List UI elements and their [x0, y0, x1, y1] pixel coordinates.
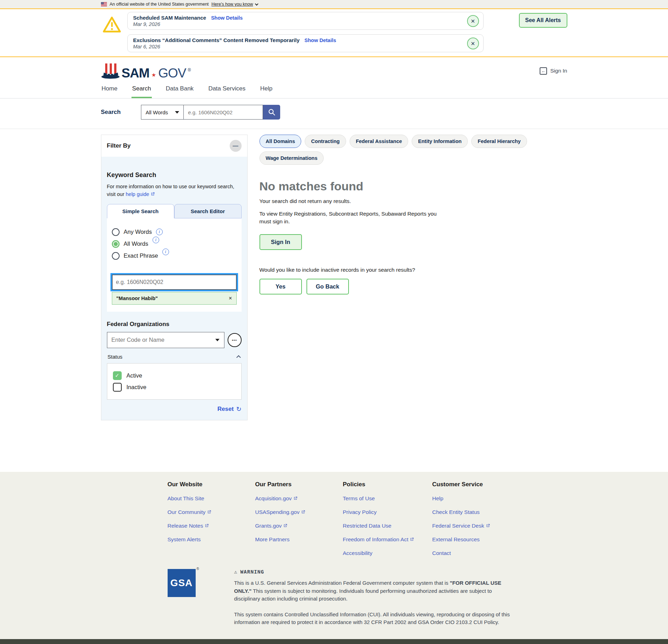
dropdown-caret-icon	[175, 111, 179, 114]
nav-item-search[interactable]: Search	[131, 82, 152, 98]
radio-label-all-words: All Words	[124, 240, 148, 247]
pill-entity-information[interactable]: Entity Information	[412, 135, 468, 148]
org-browse-button[interactable]: •••	[228, 333, 242, 347]
pill-all-domains[interactable]: All Domains	[259, 135, 302, 148]
tab-simple-search[interactable]: Simple Search	[107, 204, 174, 218]
footer-link-federal-service-desk[interactable]: Federal Service Desk	[432, 523, 522, 529]
alert-close-button[interactable]: ×	[467, 38, 479, 49]
footer-link-contact[interactable]: Contact	[432, 550, 522, 556]
warning-paragraph-1: This is a U.S. General Services Administ…	[234, 579, 511, 603]
pill-federal-assistance[interactable]: Federal Assistance	[350, 135, 409, 148]
checkbox-active[interactable]: ✓	[113, 371, 122, 380]
checkbox-label-inactive: Inactive	[127, 384, 147, 391]
nav-item-help[interactable]: Help	[259, 82, 273, 98]
top-search-input[interactable]	[184, 105, 263, 120]
reset-filters-link[interactable]: Reset ↻	[107, 405, 242, 413]
federal-organizations-heading: Federal Organizations	[107, 321, 242, 328]
us-flag-icon	[101, 2, 107, 6]
footer-link-usaspending-gov[interactable]: USASpending.gov	[255, 509, 343, 515]
warning-paragraph-2: This system contains Controlled Unclassi…	[234, 611, 511, 626]
checkbox-inactive[interactable]	[113, 383, 122, 392]
nav-item-data-bank[interactable]: Data Bank	[165, 82, 194, 98]
footer-link-accessibility[interactable]: Accessibility	[343, 550, 432, 556]
search-band: Search All Words	[0, 99, 668, 129]
reset-icon: ↻	[236, 405, 241, 413]
tab-search-editor[interactable]: Search Editor	[174, 204, 242, 218]
alert-title: Exclusions “Additional Comments” Content…	[133, 37, 300, 43]
close-icon: ×	[471, 18, 475, 25]
footer-link-foia[interactable]: Freedom of Information Act	[343, 536, 432, 543]
domain-pills: All Domains Contracting Federal Assistan…	[259, 135, 567, 165]
yes-button[interactable]: Yes	[259, 279, 302, 294]
heres-how-you-know-link[interactable]: Here's how you know	[211, 2, 257, 7]
results-sign-in-button[interactable]: Sign In	[259, 234, 302, 250]
ellipsis-icon: •••	[232, 338, 237, 342]
minus-icon: —	[233, 143, 238, 149]
radio-label-exact-phrase: Exact Phrase	[124, 252, 158, 259]
footer-link-about-this-site[interactable]: About This Site	[168, 495, 255, 502]
search-submit-button[interactable]	[263, 105, 280, 120]
sign-in-required-text: To view Entity Registrations, Subcontrac…	[259, 210, 444, 226]
keyword-chip: "Mansoor Habib" ×	[112, 292, 237, 305]
footer-column-customer-service: Customer Service Help Check Entity Statu…	[432, 481, 522, 556]
sam-gov-logo[interactable]: SAM ★ GOV ®	[101, 63, 191, 79]
radio-all-words[interactable]	[112, 240, 120, 248]
radio-any-words[interactable]	[112, 228, 120, 236]
site-footer: Our Website About This Site Our Communit…	[0, 472, 668, 639]
show-details-link[interactable]: Show Details	[211, 15, 243, 21]
footer-link-system-alerts[interactable]: System Alerts	[168, 536, 255, 543]
nav-item-home[interactable]: Home	[101, 82, 118, 98]
keyword-chip-text: "Mansoor Habib"	[116, 296, 158, 301]
footer-link-our-community[interactable]: Our Community	[168, 509, 255, 515]
info-icon[interactable]: i	[156, 229, 163, 235]
pill-federal-hierarchy[interactable]: Federal Hierarchy	[471, 135, 527, 148]
footer-heading: Customer Service	[432, 481, 522, 488]
registered-mark: ®	[188, 68, 191, 73]
footer-link-check-entity-status[interactable]: Check Entity Status	[432, 509, 522, 515]
radio-label-any-words: Any Words	[124, 229, 152, 235]
footer-column-our-website: Our Website About This Site Our Communit…	[168, 481, 255, 556]
alert-close-button[interactable]: ×	[467, 15, 479, 27]
help-guide-link[interactable]: help guide	[126, 191, 155, 197]
header-sign-in-link[interactable]: ← Sign In	[540, 67, 567, 75]
external-link-icon	[410, 537, 414, 542]
see-all-alerts-button[interactable]: See All Alerts	[519, 13, 567, 28]
footer-link-help[interactable]: Help	[432, 495, 522, 502]
footer-link-terms-of-use[interactable]: Terms of Use	[343, 495, 432, 502]
footer-link-external-resources[interactable]: External Resources	[432, 536, 522, 543]
site-header: SAM ★ GOV ® ← Sign In	[0, 57, 668, 82]
footer-link-acquisition-gov[interactable]: Acquisition.gov	[255, 495, 343, 502]
no-matches-title: No matches found	[259, 179, 567, 193]
gov-banner: An official website of the United States…	[0, 0, 668, 9]
footer-link-privacy-policy[interactable]: Privacy Policy	[343, 509, 432, 515]
status-section-label: Status	[108, 354, 123, 360]
info-icon[interactable]: i	[153, 237, 159, 243]
go-back-button[interactable]: Go Back	[306, 279, 349, 294]
footer-link-grants-gov[interactable]: Grants.gov	[255, 523, 343, 529]
footer-link-release-notes[interactable]: Release Notes	[168, 523, 255, 529]
collapse-filters-button[interactable]: —	[230, 140, 242, 152]
footer-link-more-partners[interactable]: More Partners	[255, 536, 343, 543]
external-link-icon	[207, 510, 211, 514]
chevron-down-icon	[255, 2, 258, 6]
footer-link-restricted-data-use[interactable]: Restricted Data Use	[343, 523, 432, 529]
search-mode-dropdown[interactable]: All Words	[141, 105, 184, 120]
registered-mark: ®	[196, 567, 199, 571]
alert-list: Scheduled SAM Maintenance Show Details M…	[127, 12, 484, 52]
federal-org-select[interactable]	[107, 332, 224, 348]
content-area: Filter By — Keyword Search For more info…	[101, 129, 567, 472]
info-icon[interactable]: i	[162, 249, 169, 255]
pill-wage-determinations[interactable]: Wage Determinations	[259, 151, 324, 165]
pill-contracting[interactable]: Contracting	[305, 135, 346, 148]
federal-org-input[interactable]	[107, 332, 224, 348]
alert-date: Mar 6, 2026	[133, 44, 461, 49]
logo-sam-text: SAM	[122, 67, 149, 79]
show-details-link[interactable]: Show Details	[304, 38, 336, 43]
chevron-up-icon[interactable]	[236, 355, 241, 360]
keyword-search-input[interactable]	[112, 274, 237, 290]
nav-item-data-services[interactable]: Data Services	[208, 82, 246, 98]
radio-exact-phrase[interactable]	[112, 252, 120, 260]
chip-remove-button[interactable]: ×	[229, 295, 232, 301]
dropdown-caret-icon	[215, 339, 220, 341]
main-nav: Home Search Data Bank Data Services Help	[0, 82, 668, 99]
